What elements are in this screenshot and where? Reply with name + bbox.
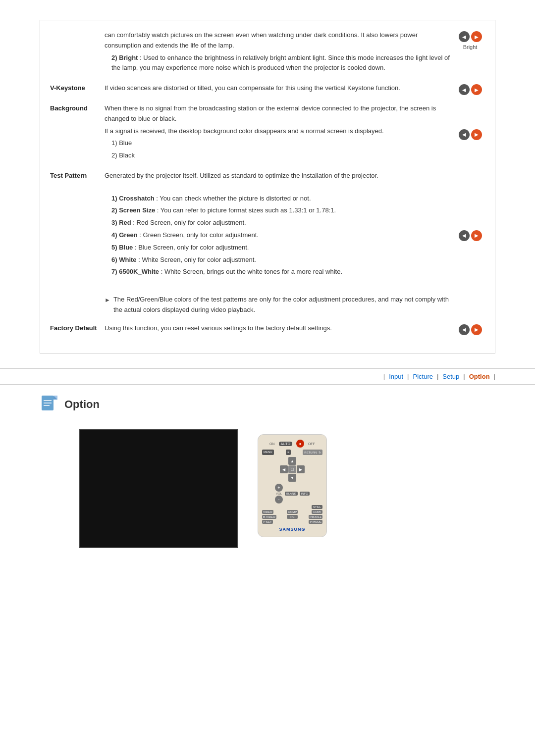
remote-control: ON AUTO ● OFF MENU ≡ RETURN ↻: [258, 434, 327, 537]
row-label-empty: [50, 30, 105, 31]
remote-source-row1: VIDEO COMP HDMI: [262, 510, 322, 514]
remote-info-btn[interactable]: INFO: [300, 492, 310, 496]
factory-text: Using this function, you can reset vario…: [105, 323, 455, 334]
testpattern-item4: 4) Green : Green Screen, only for color …: [111, 230, 455, 241]
background-item2: 2) Black: [111, 151, 455, 161]
dpad-center-btn[interactable]: ▢: [288, 465, 296, 473]
remote-vol-group: + VOL -: [275, 484, 283, 504]
dpad-tr: [297, 457, 305, 465]
remote-return-btn[interactable]: RETURN ↻: [303, 450, 322, 455]
remote-video-btn[interactable]: VIDEO: [262, 510, 273, 514]
dpad-br: [297, 474, 305, 482]
vkeystone-text: If video scences are distorted or tilted…: [105, 83, 455, 94]
nav-sep-start: |: [383, 373, 385, 380]
manual-row-testpattern: Test Pattern Generated by the projector …: [50, 171, 485, 315]
row-icon-background: ◀ ▶: [455, 128, 485, 140]
testpattern-note-box: ► The Red/Green/Blue colors of the test …: [105, 295, 455, 315]
nav-sep-3: |: [463, 373, 465, 380]
testpattern-item1: 1) Crosshatch : You can check whether th…: [111, 194, 455, 204]
dpad-up-btn[interactable]: ▲: [288, 457, 296, 465]
btn-pair-background: ◀ ▶: [459, 129, 482, 140]
next-btn-factory[interactable]: ▶: [471, 324, 482, 335]
dpad-tl: [280, 457, 288, 465]
next-btn-testpattern[interactable]: ▶: [471, 230, 482, 241]
prev-btn-background[interactable]: ◀: [459, 129, 470, 140]
remote-install-btn[interactable]: INSTALL: [309, 515, 322, 519]
row-icon-bright: ◀ ▶ Bright: [455, 30, 485, 50]
row-content-bright-intro: can comfortably watch pictures on the sc…: [105, 30, 455, 75]
vol-down-btn[interactable]: -: [275, 496, 283, 504]
testpattern-item7: 7) 6500K_White : White Screen, brings ou…: [111, 267, 455, 277]
option-section: Option ON AUTO ● OFF MENU ≡: [40, 395, 495, 548]
prev-btn-testpattern[interactable]: ◀: [459, 230, 470, 241]
prev-btn-factory[interactable]: ◀: [459, 324, 470, 335]
nav-link-picture[interactable]: Picture: [411, 373, 434, 380]
remote-menu-symbol[interactable]: ≡: [286, 450, 291, 455]
row-icon-factory: ◀ ▶: [455, 323, 485, 335]
remote-still-row: STILL: [262, 504, 322, 509]
row-content-vkeystone: If video scences are distorted or tilted…: [105, 83, 455, 96]
remote-comp-btn[interactable]: COMP: [287, 510, 298, 514]
dpad-right-btn[interactable]: ▶: [297, 465, 305, 473]
vol-up-btn[interactable]: +: [275, 484, 283, 492]
nav-link-setup[interactable]: Setup: [440, 373, 461, 380]
remote-vol-row: + VOL - BLANK INFO: [262, 484, 322, 504]
remote-on-label: ON: [269, 442, 275, 446]
next-btn-vkeystone[interactable]: ▶: [471, 84, 482, 95]
next-btn-bright[interactable]: ▶: [471, 31, 482, 42]
row-content-testpattern: Generated by the projector itself. Utili…: [105, 171, 455, 315]
nav-bar: | Input | Picture | Setup | Option |: [0, 368, 535, 385]
page: can comfortably watch pictures on the sc…: [0, 20, 535, 756]
remote-menu-return-row: MENU ≡ RETURN ↻: [262, 450, 322, 455]
testpattern-item2: 2) Screen Size : You can refer to pictur…: [111, 205, 455, 216]
testpattern-note: The Red/Green/Blue colors of the test pa…: [113, 295, 455, 315]
option-header: Option: [40, 395, 495, 414]
svg-rect-2: [54, 396, 57, 400]
content-area: ON AUTO ● OFF MENU ≡ RETURN ↻: [40, 429, 495, 548]
manual-row-background: Background When there is no signal from …: [50, 103, 485, 163]
remote-still-btn[interactable]: STILL: [312, 505, 322, 509]
remote-dpad: ▲ ◀ ▢ ▶ ▼: [280, 457, 305, 482]
option-title: Option: [64, 398, 100, 411]
nav-link-input[interactable]: Input: [387, 373, 405, 380]
remote-auto-btn[interactable]: AUTO: [279, 442, 292, 446]
row-icon-vkeystone: ◀ ▶: [455, 83, 485, 95]
remote-pset-btn[interactable]: P SET: [262, 520, 273, 524]
vol-label: VOL: [276, 492, 282, 495]
remote-samsung-logo: SAMSUNG: [262, 527, 322, 532]
screen-display: [79, 429, 238, 548]
remote-source-row2: B-VIDEO PC INSTALL: [262, 515, 322, 519]
remote-pmode-row: P SET P MODE: [262, 520, 322, 524]
nav-sep-2: |: [437, 373, 438, 380]
remote-hdmi-btn[interactable]: HDMI: [312, 510, 322, 514]
btn-pair-factory: ◀ ▶: [459, 324, 482, 335]
dpad-bl: [280, 474, 288, 482]
dpad-left-btn[interactable]: ◀: [280, 465, 288, 473]
btn-pair-vkeystone: ◀ ▶: [459, 84, 482, 95]
remote-power-btn[interactable]: ●: [296, 440, 304, 448]
row-label-testpattern: Test Pattern: [50, 171, 105, 179]
remote-menu-btn[interactable]: MENU: [262, 450, 274, 455]
row-icon-testpattern: ◀ ▶: [455, 171, 485, 241]
bright-label: Bright: [463, 44, 478, 50]
option-doc-icon: [40, 395, 59, 414]
manual-row-vkeystone: V-Keystone If video scences are distorte…: [50, 83, 485, 96]
remote-blank-btn[interactable]: BLANK: [285, 492, 298, 496]
dpad-down-btn[interactable]: ▼: [288, 474, 296, 482]
remote-bvideo-btn[interactable]: B-VIDEO: [262, 515, 276, 519]
testpattern-item6: 6) White : White Screen, only for color …: [111, 255, 455, 265]
remote-pmode-btn[interactable]: P MODE: [309, 520, 322, 524]
row-label-vkeystone: V-Keystone: [50, 83, 105, 92]
bright-intro-text1: can comfortably watch pictures on the sc…: [105, 30, 455, 51]
testpattern-item3: 3) Red : Red Screen, only for color adju…: [111, 218, 455, 228]
bright-intro-text2: 2) Bright : Used to enhance the brightne…: [111, 53, 455, 74]
background-item1: 1) Blue: [111, 138, 455, 149]
note-arrow-icon: ►: [105, 296, 110, 305]
row-content-background: When there is no signal from the broadca…: [105, 103, 455, 163]
remote-off-label: OFF: [308, 442, 315, 446]
nav-link-option[interactable]: Option: [467, 373, 492, 380]
next-btn-background[interactable]: ▶: [471, 129, 482, 140]
prev-btn-vkeystone[interactable]: ◀: [459, 84, 470, 95]
remote-pc-btn[interactable]: PC: [287, 515, 298, 519]
prev-btn-bright[interactable]: ◀: [459, 31, 470, 42]
